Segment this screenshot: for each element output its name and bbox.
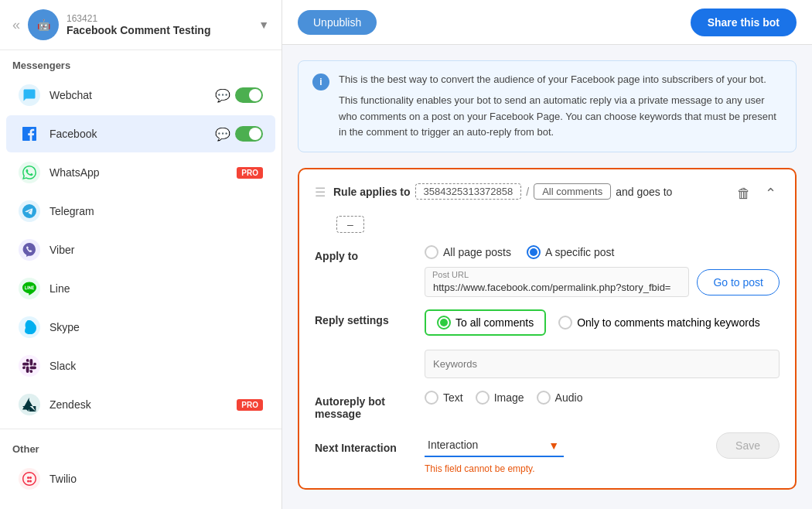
sidebar-item-twilio[interactable]: Twilio bbox=[6, 460, 275, 497]
sidebar-item-line[interactable]: Line bbox=[6, 270, 275, 307]
only-keywords-option[interactable]: Only to comments matching keywords bbox=[558, 316, 760, 330]
bot-name: Facebook Comment Testing bbox=[67, 24, 251, 36]
webchat-message-icon: 💬 bbox=[215, 88, 230, 103]
sidebar-item-whatsapp[interactable]: WhatsApp PRO bbox=[6, 154, 275, 191]
interaction-select[interactable]: Interaction bbox=[425, 434, 564, 457]
sidebar-item-telegram[interactable]: Telegram bbox=[6, 193, 275, 230]
share-bot-button[interactable]: Share this bot bbox=[691, 9, 797, 36]
slash-divider: / bbox=[526, 186, 529, 198]
sidebar-item-slack[interactable]: Slack bbox=[6, 347, 275, 384]
skype-icon bbox=[19, 316, 40, 338]
all-page-posts-option[interactable]: All page posts bbox=[425, 245, 511, 259]
all-page-posts-label: All page posts bbox=[443, 246, 511, 258]
telegram-label: Telegram bbox=[49, 205, 263, 217]
webchat-toggle[interactable] bbox=[235, 87, 263, 103]
facebook-message-icon: 💬 bbox=[215, 127, 230, 142]
telegram-icon bbox=[19, 200, 40, 222]
image-label: Image bbox=[494, 391, 524, 404]
whatsapp-label: WhatsApp bbox=[49, 166, 227, 179]
sidebar-item-webchat[interactable]: Webchat 💬 bbox=[6, 77, 275, 114]
apply-to-row: Apply to All page posts A specific post bbox=[315, 245, 780, 297]
twilio-label: Twilio bbox=[49, 473, 263, 485]
sidebar-item-facebook[interactable]: Facebook 💬 bbox=[6, 115, 275, 152]
go-to-post-button[interactable]: Go to post bbox=[697, 269, 780, 295]
apply-to-label: Apply to bbox=[315, 245, 415, 262]
specific-post-label: A specific post bbox=[545, 246, 615, 258]
text-radio[interactable] bbox=[425, 391, 438, 405]
viber-label: Viber bbox=[49, 244, 263, 256]
text-label: Text bbox=[443, 391, 463, 404]
dropdown-arrow-icon[interactable]: ▼ bbox=[258, 19, 269, 31]
autoreply-label: Autoreply bot message bbox=[315, 391, 415, 420]
image-option[interactable]: Image bbox=[476, 391, 524, 405]
reply-settings-label: Reply settings bbox=[315, 309, 415, 326]
main-body: i This is the best way to convert the au… bbox=[282, 45, 812, 509]
facebook-controls: 💬 bbox=[215, 126, 263, 142]
specific-post-option[interactable]: A specific post bbox=[527, 245, 615, 259]
all-comments-tag: All comments bbox=[534, 183, 611, 200]
sidebar-item-viber[interactable]: Viber bbox=[6, 231, 275, 268]
audio-option[interactable]: Audio bbox=[537, 391, 583, 405]
webchat-icon bbox=[19, 84, 40, 106]
chevron-left-icon[interactable]: « bbox=[12, 17, 20, 33]
audio-radio[interactable] bbox=[537, 391, 551, 405]
viber-icon bbox=[19, 239, 40, 261]
save-button[interactable]: Save bbox=[716, 432, 780, 459]
facebook-icon bbox=[19, 123, 40, 145]
facebook-toggle[interactable] bbox=[235, 126, 263, 142]
goes-to-label: and goes to bbox=[616, 186, 672, 198]
messengers-section-title: Messengers bbox=[0, 50, 281, 76]
audio-label: Audio bbox=[555, 391, 583, 404]
next-interaction-row: Next Interaction Interaction ▼ Save bbox=[315, 432, 780, 459]
unpublish-button[interactable]: Unpublish bbox=[298, 10, 377, 35]
image-radio[interactable] bbox=[476, 391, 490, 405]
only-keywords-radio[interactable] bbox=[558, 316, 572, 330]
only-keywords-label: Only to comments matching keywords bbox=[577, 316, 760, 329]
reply-settings-controls: To all comments Only to comments matchin… bbox=[425, 309, 780, 378]
whatsapp-icon bbox=[19, 162, 40, 183]
autoreply-controls: Text Image Audio bbox=[425, 391, 780, 405]
info-detail-text: This functionality enables your bot to s… bbox=[339, 93, 782, 141]
to-all-comments-box: To all comments bbox=[425, 309, 546, 336]
sidebar-item-skype[interactable]: Skype bbox=[6, 309, 275, 346]
webchat-label: Webchat bbox=[49, 89, 206, 101]
specific-post-radio[interactable] bbox=[527, 245, 541, 259]
skype-label: Skype bbox=[49, 321, 263, 333]
whatsapp-pro-badge: PRO bbox=[237, 167, 263, 179]
text-option[interactable]: Text bbox=[425, 391, 463, 405]
slack-label: Slack bbox=[49, 360, 263, 372]
reply-radio-group: To all comments Only to comments matchin… bbox=[425, 309, 780, 336]
line-icon bbox=[19, 278, 40, 299]
to-all-comments-radio[interactable] bbox=[437, 316, 451, 330]
info-box: i This is the best way to convert the au… bbox=[298, 60, 797, 152]
error-text: This field cannot be empty. bbox=[425, 463, 780, 474]
autoreply-type-row: Text Image Audio bbox=[425, 391, 780, 405]
line-label: Line bbox=[49, 282, 263, 295]
twilio-icon bbox=[19, 468, 40, 490]
webchat-controls: 💬 bbox=[215, 87, 263, 103]
all-page-posts-radio[interactable] bbox=[425, 245, 438, 259]
sidebar-item-zendesk[interactable]: Zendesk PRO bbox=[6, 386, 275, 423]
bot-info: 163421 Facebook Comment Testing bbox=[67, 13, 251, 36]
sidebar-header: « 🤖 163421 Facebook Comment Testing ▼ bbox=[0, 0, 281, 50]
rule-header: ☰ Rule applies to 3584325313372858 / All… bbox=[315, 183, 780, 203]
collapse-rule-button[interactable]: ⌃ bbox=[762, 183, 780, 203]
drag-handle-icon[interactable]: ☰ bbox=[315, 185, 326, 200]
slack-icon bbox=[19, 355, 40, 377]
info-content: This is the best way to convert the audi… bbox=[339, 72, 782, 141]
minus-tag[interactable]: – bbox=[336, 216, 364, 233]
sidebar: « 🤖 163421 Facebook Comment Testing ▼ Me… bbox=[0, 0, 282, 509]
bot-id: 163421 bbox=[67, 13, 251, 24]
post-url-row: Post URL Go to post bbox=[425, 267, 780, 297]
info-main-text: This is the best way to convert the audi… bbox=[339, 72, 782, 88]
apply-to-radio-group: All page posts A specific post bbox=[425, 245, 780, 259]
post-id-tag: 3584325313372858 bbox=[415, 183, 522, 200]
keywords-input[interactable] bbox=[425, 350, 780, 378]
delete-rule-button[interactable]: 🗑 bbox=[734, 184, 754, 203]
top-bar: Unpublish Share this bot bbox=[282, 0, 812, 45]
rule-applies-to-label: Rule applies to bbox=[333, 186, 411, 198]
facebook-label: Facebook bbox=[49, 128, 206, 140]
to-all-comments-option[interactable]: To all comments bbox=[425, 309, 546, 336]
post-url-label: Post URL bbox=[432, 270, 469, 279]
autoreply-row: Autoreply bot message Text Image bbox=[315, 391, 780, 420]
